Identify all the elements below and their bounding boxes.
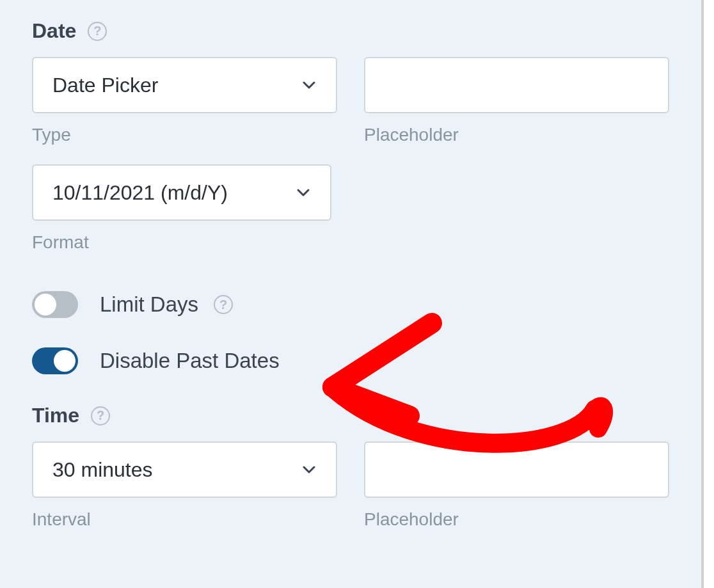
time-placeholder-input[interactable]	[364, 441, 669, 498]
disable-past-dates-label: Disable Past Dates	[100, 349, 280, 373]
date-row-1: Date Picker Type Placeholder	[32, 57, 669, 145]
limit-days-label: Limit Days	[100, 292, 198, 317]
date-format-select[interactable]: 10/11/2021 (m/d/Y)	[32, 164, 331, 221]
date-heading: Date	[32, 19, 76, 43]
settings-panel: Date ? Date Picker Type Placeholder 10/1…	[0, 0, 704, 588]
toggle-knob	[35, 294, 56, 315]
time-placeholder-label: Placeholder	[364, 509, 669, 530]
chevron-down-icon	[296, 185, 311, 200]
chevron-down-icon	[301, 462, 317, 477]
date-format-label: Format	[32, 232, 669, 253]
date-placeholder-col: Placeholder	[364, 57, 669, 145]
limit-days-toggle[interactable]	[32, 291, 78, 318]
time-section: Time ? 30 minutes Interval Placeholder	[32, 404, 669, 530]
help-icon[interactable]: ?	[88, 22, 107, 41]
time-heading: Time	[32, 404, 79, 427]
disable-past-dates-toggle[interactable]	[32, 347, 78, 374]
date-placeholder-input[interactable]	[364, 57, 669, 113]
date-placeholder-label: Placeholder	[364, 125, 669, 145]
time-interval-label: Interval	[32, 509, 337, 530]
chevron-down-icon	[301, 77, 317, 93]
date-toggles: Limit Days ? Disable Past Dates	[32, 291, 669, 374]
time-interval-col: 30 minutes Interval	[32, 441, 337, 530]
limit-days-row: Limit Days ?	[32, 291, 669, 318]
disable-past-dates-row: Disable Past Dates	[32, 347, 669, 374]
time-row-1: 30 minutes Interval Placeholder	[32, 441, 669, 530]
time-section-header: Time ?	[32, 404, 669, 427]
date-format-row: 10/11/2021 (m/d/Y) Format	[32, 164, 669, 253]
help-icon[interactable]: ?	[214, 295, 233, 314]
date-type-select[interactable]: Date Picker	[32, 57, 337, 113]
date-format-value: 10/11/2021 (m/d/Y)	[52, 181, 228, 205]
toggle-knob	[54, 350, 75, 372]
time-placeholder-col: Placeholder	[364, 441, 669, 530]
time-interval-value: 30 minutes	[52, 458, 153, 482]
time-interval-select[interactable]: 30 minutes	[32, 441, 337, 498]
date-type-value: Date Picker	[52, 74, 158, 97]
date-type-col: Date Picker Type	[32, 57, 337, 145]
help-icon[interactable]: ?	[91, 406, 110, 425]
date-section-header: Date ?	[32, 19, 669, 43]
date-type-label: Type	[32, 125, 337, 145]
